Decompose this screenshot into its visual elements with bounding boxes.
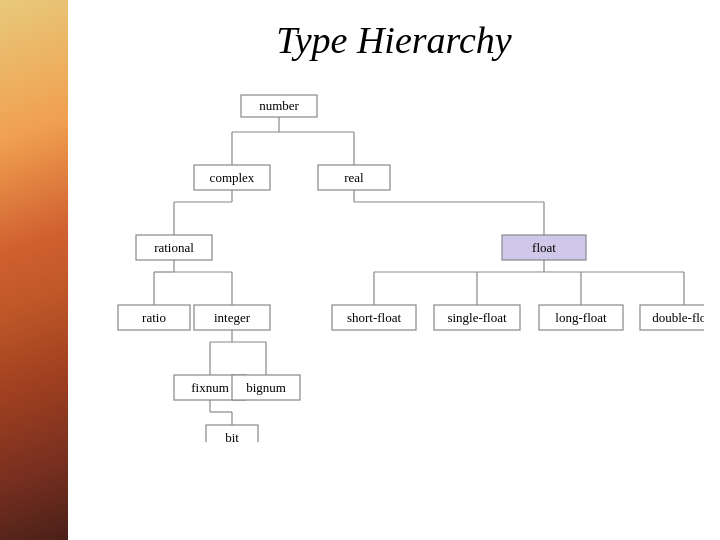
node-single-float: single-float <box>447 310 507 325</box>
node-bit: bit <box>225 430 239 442</box>
decorative-strip <box>0 0 68 540</box>
node-double-float: double-float <box>652 310 704 325</box>
page-title: Type Hierarchy <box>276 18 511 62</box>
node-fixnum: fixnum <box>191 380 229 395</box>
node-bignum: bignum <box>246 380 286 395</box>
node-short-float: short-float <box>347 310 402 325</box>
node-complex: complex <box>210 170 255 185</box>
node-float: float <box>532 240 556 255</box>
node-rational: rational <box>154 240 194 255</box>
hierarchy-diagram: number complex real rational float ratio… <box>84 82 704 442</box>
node-number: number <box>259 98 299 113</box>
main-content: Type Hierarchy <box>68 0 720 540</box>
node-real: real <box>344 170 364 185</box>
node-ratio: ratio <box>142 310 166 325</box>
node-long-float: long-float <box>555 310 607 325</box>
node-integer: integer <box>214 310 251 325</box>
